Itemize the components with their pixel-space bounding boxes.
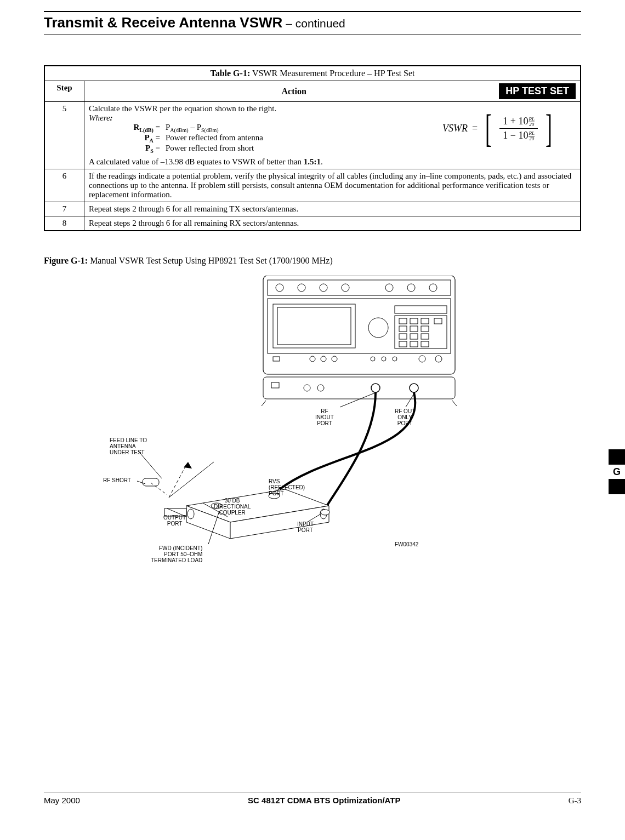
eq-rl-bot: RL bbox=[529, 131, 535, 136]
step-number: 8 bbox=[44, 216, 84, 231]
step-number: 7 bbox=[44, 202, 84, 216]
label-code: FW00342 bbox=[395, 541, 418, 547]
label-input-port: INPUT PORT bbox=[297, 521, 314, 533]
vswr-equation: VSWR = [ 1 + 10RL20 1 − 10RL20 bbox=[428, 108, 570, 148]
page-footer: May 2000 SC 4812T CDMA BTS Optimization/… bbox=[44, 792, 581, 805]
svg-rect-26 bbox=[410, 341, 418, 347]
eq-rl-top: RL bbox=[529, 117, 535, 122]
figure-caption-bold: Figure G-1: bbox=[44, 256, 88, 265]
label-rf-short: RF SHORT bbox=[103, 477, 131, 483]
label-coupler: 30 DB DIRECTIONAL COUPLER bbox=[214, 498, 251, 516]
svg-rect-16 bbox=[410, 318, 418, 324]
figure-caption: Figure G-1: Manual VSWR Test Setup Using… bbox=[44, 256, 581, 266]
rl-minus: – P bbox=[189, 123, 201, 132]
svg-point-6 bbox=[385, 284, 393, 292]
svg-point-31 bbox=[332, 356, 337, 362]
title-continued: – continued bbox=[282, 17, 345, 30]
calc-post: . bbox=[321, 157, 323, 166]
label-rf-inout: RF IN/OUT PORT bbox=[315, 408, 334, 426]
svg-point-39 bbox=[304, 385, 310, 391]
svg-rect-37 bbox=[263, 377, 455, 399]
eq-equals: = bbox=[472, 123, 478, 134]
svg-point-5 bbox=[342, 284, 349, 292]
label-feed-line: FEED LINE TO ANTENNA UNDER TEST bbox=[110, 437, 147, 455]
svg-point-34 bbox=[393, 357, 397, 361]
figure-caption-rest: Manual VSWR Test Setup Using HP8921 Test… bbox=[88, 256, 333, 265]
svg-point-35 bbox=[419, 356, 425, 362]
svg-rect-20 bbox=[410, 326, 418, 332]
svg-point-32 bbox=[371, 357, 375, 361]
action-header-text: Action bbox=[89, 87, 499, 96]
svg-rect-38 bbox=[271, 382, 279, 388]
step5-line1: Calculate the VSWR per the equation show… bbox=[89, 104, 429, 113]
svg-rect-28 bbox=[273, 357, 280, 361]
rl-key-eq: = bbox=[154, 123, 160, 132]
svg-rect-17 bbox=[421, 318, 429, 324]
svg-rect-18 bbox=[434, 318, 442, 324]
svg-point-41 bbox=[371, 384, 380, 392]
svg-line-51 bbox=[169, 462, 214, 498]
svg-rect-25 bbox=[399, 341, 407, 347]
table-row: 8 Repeat steps 2 through 6 for all remai… bbox=[44, 216, 581, 231]
svg-rect-54 bbox=[143, 478, 159, 486]
svg-point-40 bbox=[317, 385, 324, 391]
vswr-table: Table G-1: VSWR Measurement Procedure – … bbox=[44, 65, 581, 231]
svg-rect-13 bbox=[395, 306, 447, 313]
svg-rect-24 bbox=[421, 334, 429, 339]
svg-rect-0 bbox=[263, 276, 455, 374]
step7-text: Repeat steps 2 through 6 for all remaini… bbox=[84, 202, 581, 216]
rl-val-sub2: S(dBm) bbox=[201, 127, 219, 133]
svg-rect-10 bbox=[273, 304, 355, 348]
step-number: 6 bbox=[44, 169, 84, 202]
where-prefix: Where bbox=[89, 113, 110, 122]
ps-val: Power reflected from short bbox=[166, 144, 429, 154]
svg-rect-27 bbox=[421, 341, 429, 347]
eq-denominator: 1 − 10 bbox=[503, 130, 528, 141]
ps-key-eq: = bbox=[154, 144, 160, 152]
svg-point-29 bbox=[310, 356, 315, 362]
eq-vswr: VSWR bbox=[442, 123, 468, 134]
label-rf-out-only: RF OUT ONLY PORT bbox=[395, 408, 415, 426]
svg-point-8 bbox=[429, 284, 437, 292]
step5-action: Calculate the VSWR per the equation show… bbox=[84, 102, 581, 169]
col-step-header: Step bbox=[44, 81, 84, 102]
svg-point-33 bbox=[382, 357, 386, 361]
svg-point-4 bbox=[320, 284, 327, 292]
svg-rect-11 bbox=[277, 307, 351, 345]
svg-point-3 bbox=[298, 284, 305, 292]
label-rvs: RVS (REFLECTED) PORT bbox=[269, 478, 305, 496]
figure-diagram: RF IN/OUT PORT RF OUT ONLY PORT FEED LIN… bbox=[44, 276, 581, 582]
svg-point-30 bbox=[321, 356, 326, 362]
pa-key-eq: = bbox=[154, 133, 160, 142]
footer-right: G-3 bbox=[569, 796, 581, 805]
label-fwd: FWD (INCIDENT) PORT 50–OHM TERMINATED LO… bbox=[151, 545, 202, 563]
svg-rect-15 bbox=[399, 318, 407, 324]
svg-rect-1 bbox=[268, 280, 451, 295]
pa-val: Power reflected from antenna bbox=[166, 133, 429, 144]
table-title-bold: Table G-1: bbox=[210, 68, 250, 78]
eq-20-bot: 20 bbox=[529, 136, 535, 141]
table-title: Table G-1: VSWR Measurement Procedure – … bbox=[44, 66, 581, 81]
table-title-rest: VSWR Measurement Procedure – HP Test Set bbox=[250, 68, 414, 78]
svg-rect-23 bbox=[410, 334, 418, 339]
footer-center: SC 4812T CDMA BTS Optimization/ATP bbox=[248, 796, 400, 805]
pa-key-sub: A bbox=[150, 138, 154, 144]
step-number: 5 bbox=[44, 102, 84, 169]
page-title: Transmit & Receive Antenna VSWR – contin… bbox=[44, 14, 581, 35]
table-row: 6 If the readings indicate a potential p… bbox=[44, 169, 581, 202]
label-output-port: OUTPUT PORT bbox=[163, 515, 186, 527]
pa-key-pre: P bbox=[144, 133, 149, 142]
step6-text: If the readings indicate a potential pro… bbox=[84, 169, 581, 202]
eq-20-top: 20 bbox=[529, 122, 535, 127]
svg-rect-21 bbox=[421, 326, 429, 332]
rl-val-sub1: A(dBm) bbox=[170, 127, 188, 133]
rl-key-pre: R bbox=[133, 123, 139, 132]
svg-point-65 bbox=[321, 510, 329, 515]
svg-line-57 bbox=[406, 393, 414, 407]
table-row: 7 Repeat steps 2 through 6 for all remai… bbox=[44, 202, 581, 216]
rl-key-sub: L(dB) bbox=[139, 127, 154, 133]
calc-bold: 1.5:1 bbox=[304, 157, 321, 166]
hp-test-set-badge: HP TEST SET bbox=[499, 83, 576, 99]
col-action-header: Action HP TEST SET bbox=[84, 81, 581, 102]
ps-key-pre: P bbox=[145, 144, 150, 152]
